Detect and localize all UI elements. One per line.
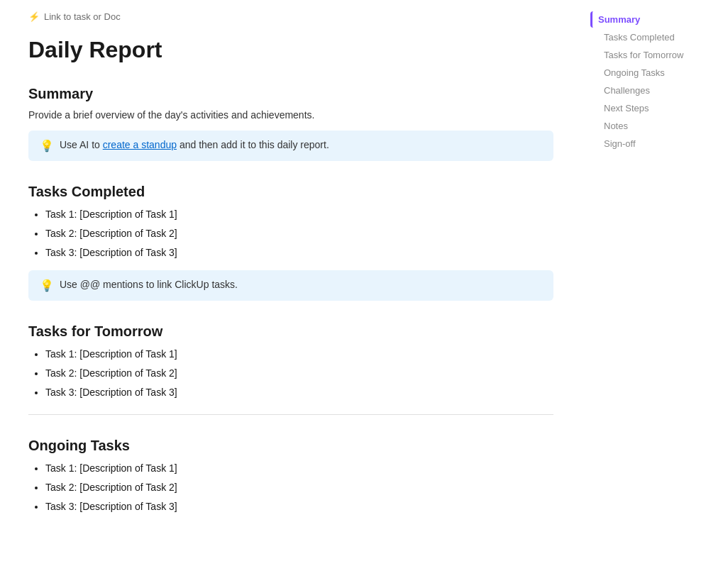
bulb-icon: 💡 <box>40 279 54 292</box>
sidebar-toc: Summary Tasks Completed Tasks for Tomorr… <box>582 0 724 566</box>
toc-item-ongoing-tasks[interactable]: Ongoing Tasks <box>590 65 715 81</box>
toc-item-tasks-tomorrow[interactable]: Tasks for Tomorrow <box>590 47 715 63</box>
toc-item-challenges[interactable]: Challenges <box>590 82 715 99</box>
summary-heading: Summary <box>28 86 553 102</box>
tasks-tomorrow-heading: Tasks for Tomorrow <box>28 323 553 340</box>
toc-item-sign-off[interactable]: Sign-off <box>590 135 715 152</box>
ongoing-tasks-section: Ongoing Tasks Task 1: [Description of Ta… <box>28 438 553 514</box>
toc-item-summary[interactable]: Summary <box>590 11 715 28</box>
list-item: Task 2: [Description of Task 2] <box>45 480 553 495</box>
link-label: Link to task or Doc <box>44 11 121 22</box>
divider <box>28 414 553 415</box>
tasks-completed-list: Task 1: [Description of Task 1] Task 2: … <box>28 207 553 260</box>
summary-section: Summary Provide a brief overview of the … <box>28 86 553 161</box>
toc-item-notes[interactable]: Notes <box>590 118 715 134</box>
tasks-tomorrow-section: Tasks for Tomorrow Task 1: [Description … <box>28 323 553 415</box>
tasks-tomorrow-list: Task 1: [Description of Task 1] Task 2: … <box>28 347 553 400</box>
summary-description: Provide a brief overview of the day's ac… <box>28 109 553 121</box>
main-content: ⚡ Link to task or Doc Daily Report Summa… <box>0 0 582 566</box>
list-item: Task 1: [Description of Task 1] <box>45 207 553 222</box>
tasks-completed-heading: Tasks Completed <box>28 184 553 200</box>
ongoing-tasks-heading: Ongoing Tasks <box>28 438 553 454</box>
list-item: Task 1: [Description of Task 1] <box>45 461 553 476</box>
list-item: Task 3: [Description of Task 3] <box>45 245 553 260</box>
summary-tip-box: 💡 Use AI to create a standup and then ad… <box>28 131 553 161</box>
list-item: Task 3: [Description of Task 3] <box>45 499 553 514</box>
toc-item-next-steps[interactable]: Next Steps <box>590 100 715 116</box>
list-item: Task 1: [Description of Task 1] <box>45 347 553 362</box>
create-standup-link[interactable]: create a standup <box>103 139 177 150</box>
page-title: Daily Report <box>28 36 553 63</box>
toc-item-tasks-completed[interactable]: Tasks Completed <box>590 29 715 45</box>
bulb-icon: 💡 <box>40 139 54 152</box>
tasks-completed-tip-box: 💡 Use @@ mentions to link ClickUp tasks. <box>28 270 553 301</box>
ongoing-tasks-list: Task 1: [Description of Task 1] Task 2: … <box>28 461 553 514</box>
tasks-completed-section: Tasks Completed Task 1: [Description of … <box>28 184 553 301</box>
link-to-task-bar[interactable]: ⚡ Link to task or Doc <box>28 11 553 22</box>
summary-tip-text: Use AI to create a standup and then add … <box>60 139 329 150</box>
list-item: Task 3: [Description of Task 3] <box>45 385 553 400</box>
tasks-completed-tip-text: Use @@ mentions to link ClickUp tasks. <box>60 279 238 290</box>
link-icon: ⚡ <box>28 11 40 22</box>
list-item: Task 2: [Description of Task 2] <box>45 366 553 381</box>
list-item: Task 2: [Description of Task 2] <box>45 226 553 241</box>
